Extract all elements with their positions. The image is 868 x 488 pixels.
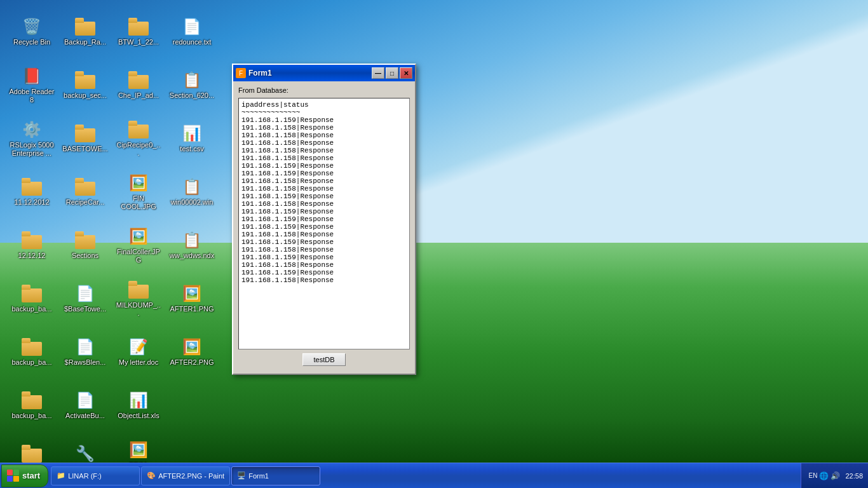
icon-label-finalcoller: FinalColler.JPG <box>116 248 161 264</box>
img-icon-after2: 🖼️ <box>182 337 202 357</box>
desktop-icon-btw[interactable]: BTW_1_22... <box>113 6 164 57</box>
minimize-button[interactable]: — <box>372 67 384 79</box>
taskbar-item-linar[interactable]: 📁 LINAR (F:) <box>51 466 140 485</box>
icon-label-fincool: FIN COOL.JPG <box>116 194 161 211</box>
network-icon: 🌐 <box>818 471 829 481</box>
doc-icon-ww-wdws: 📋 <box>182 230 202 250</box>
desktop-icon-testcsv[interactable]: 📊 test.csv <box>166 113 217 164</box>
doc-icon-section620: 📋 <box>182 70 202 90</box>
taskbar-clock: 22:58 <box>845 472 863 480</box>
icon-label-ciprecipe: CipRecipe0_... <box>116 141 161 158</box>
start-button[interactable]: start <box>1 464 48 487</box>
excel-icon-objectlist: 📊 <box>128 390 149 410</box>
desktop-icon-backup-ba1[interactable]: backup_ba... <box>6 273 57 324</box>
img-icon-fincool: 🖼️ <box>128 173 149 193</box>
icon-label-rslogix: RSLogix 5000 Enterprise ... <box>9 141 55 158</box>
volume-icon: 🔊 <box>830 471 840 481</box>
icon-label-che-ip: Che_IP_ad... <box>118 92 159 100</box>
desktop-icon-section620[interactable]: 📋 Section_620... <box>166 60 217 111</box>
img-icon-prim-cool: 🖼️ <box>128 440 149 460</box>
desktop-icon-che-ip[interactable]: Che_IP_ad... <box>113 60 164 111</box>
icon-label-after1: AFTER1.PNG <box>170 305 214 313</box>
maximize-button[interactable]: □ <box>386 67 398 79</box>
taskbar-item-paint[interactable]: 🎨 AFTER2.PNG - Paint <box>141 466 230 485</box>
folder-icon-che-ip <box>128 70 149 90</box>
desktop-icon-recipecar[interactable]: RecipeCar... <box>60 166 111 217</box>
desktop-icon-adobe[interactable]: 📕 Adobe Reader 8 <box>6 60 57 111</box>
txt-icon-redounce: 📄 <box>182 17 202 37</box>
folder-icon-btw <box>128 17 149 37</box>
icon-label-basetoweb: $BaseTowe... <box>64 305 106 313</box>
desktop-icon-basetoweb[interactable]: 📄 $BaseTowe... <box>60 273 111 324</box>
desktop-icon-ww-wdws[interactable]: 📋 ww_wdws.ndx <box>166 220 217 271</box>
close-button[interactable]: ✕ <box>400 67 412 79</box>
desktop-icon-12-12[interactable]: 12.12.12 <box>6 220 57 271</box>
desktop-icon-backup-ra[interactable]: Backup_Ra... <box>60 6 111 57</box>
desktop-icon-backup-sec[interactable]: backup_sec... <box>60 60 111 111</box>
desktop-icon-sections[interactable]: Sections <box>60 220 111 271</box>
folder-icon-basetowe <box>75 123 95 144</box>
taskbar-items: 📁 LINAR (F:) 🎨 AFTER2.PNG - Paint 🖥️ For… <box>48 463 800 488</box>
window-body: From Database: ipaddress|status ~~~~~~~~… <box>233 81 415 374</box>
app-icon-archestra: 🔧 <box>75 444 95 464</box>
start-label: start <box>22 471 40 480</box>
folder-icon-12-12 <box>22 230 42 250</box>
desktop-icon-activatebu[interactable]: 📄 ActivateBu... <box>60 380 111 431</box>
desktop-icon-finalcoller[interactable]: 🖼️ FinalColler.JPG <box>113 220 164 271</box>
desktop-icon-my-letter[interactable]: 📝 My letter.doc <box>113 327 164 377</box>
desktop-icon-milkdump[interactable]: MILKDUMP_... <box>113 273 164 324</box>
desktop-icon-redounce[interactable]: 📄 redounce.txt <box>166 6 217 57</box>
desktop-icon-backup-ba2[interactable]: backup_ba... <box>6 327 57 377</box>
icon-label-basetowe: BASETOWE... <box>62 145 107 153</box>
folder-icon-backup-ba3 <box>22 390 42 410</box>
folder-icon-recipecar <box>75 177 95 197</box>
window-titlebar[interactable]: F Form1 — □ ✕ <box>233 65 415 81</box>
desktop-icon-backup-ba3[interactable]: backup_ba... <box>6 380 57 431</box>
desktop-icon-basetowe[interactable]: BASETOWE... <box>60 113 111 164</box>
icon-label-recipecar: RecipeCar... <box>66 198 105 207</box>
icon-label-backup-ra: Backup_Ra... <box>64 38 106 46</box>
desktop-icon-rawsblen[interactable]: 📄 $RawsBlen... <box>60 327 111 377</box>
taskbar-item-form1[interactable]: 🖥️ Form1 <box>231 466 320 485</box>
icon-label-backup-ba2: backup_ba... <box>12 358 52 367</box>
folder-icon-11-12 <box>22 177 42 197</box>
desktop-icon-ciprecipe[interactable]: CipRecipe0_... <box>113 113 164 164</box>
form1-window: F Form1 — □ ✕ From Database: ipaddress|s… <box>232 64 416 375</box>
doc-icon-basetoweb: 📄 <box>75 283 95 304</box>
desktop-icon-recycle-bin[interactable]: 🗑️ Recycle Bin <box>6 6 57 57</box>
app-icon-rslogix: ⚙️ <box>22 119 42 140</box>
icon-label-my-letter: My letter.doc <box>119 358 158 367</box>
testdb-button[interactable]: testDB <box>302 353 345 366</box>
desktop-icon-rslogix[interactable]: ⚙️ RSLogix 5000 Enterprise ... <box>6 113 57 164</box>
icon-label-11-12: 11.12.2012 <box>14 198 49 207</box>
systray-icons: EN 🌐 🔊 <box>806 471 843 481</box>
desktop-icon-objectlist[interactable]: 📊 ObjectList.xls <box>113 380 164 431</box>
desktop-icon-after2[interactable]: 🖼️ AFTER2.PNG <box>166 327 217 377</box>
from-database-label: From Database: <box>238 86 410 94</box>
adobe-icon: 📕 <box>22 66 42 86</box>
recycle-bin-icon: 🗑️ <box>22 17 42 37</box>
img-icon-finalcoller: 🖼️ <box>128 226 149 247</box>
desktop-icon-after1[interactable]: 🖼️ AFTER1.PNG <box>166 273 217 324</box>
folder-icon-ciprecipe <box>128 119 149 140</box>
icon-label-testcsv: test.csv <box>180 145 203 153</box>
windows-logo <box>7 470 20 482</box>
desktop-icon-grid: 🗑️ Recycle Bin Backup_Ra... BTW_1_22... … <box>6 6 217 484</box>
icon-label-after2: AFTER2.PNG <box>170 358 214 367</box>
icon-label-recycle-bin: Recycle Bin <box>13 38 50 46</box>
taskbar-item-linar-label: LINAR (F:) <box>68 472 102 480</box>
taskbar-item-paint-label: AFTER2.PNG - Paint <box>158 472 224 480</box>
paint-taskbar-icon: 🎨 <box>147 471 156 480</box>
window-footer: testDB <box>238 353 410 369</box>
icon-label-rawsblen: $RawsBlen... <box>65 358 106 367</box>
folder-taskbar-icon: 📁 <box>57 471 65 480</box>
desktop-icon-win00002[interactable]: 📋 win00002.win <box>166 166 217 217</box>
img-icon-after1: 🖼️ <box>182 283 202 304</box>
icon-label-btw: BTW_1_22... <box>118 38 159 46</box>
folder-icon-backup-ba1 <box>22 283 42 304</box>
doc-icon-win00002: 📋 <box>182 177 202 197</box>
icon-label-redounce: redounce.txt <box>173 38 212 46</box>
desktop-icon-11-12[interactable]: 11.12.2012 <box>6 166 57 217</box>
desktop-icon-fincool[interactable]: 🖼️ FIN COOL.JPG <box>113 166 164 217</box>
csv-icon-test: 📊 <box>182 123 202 144</box>
